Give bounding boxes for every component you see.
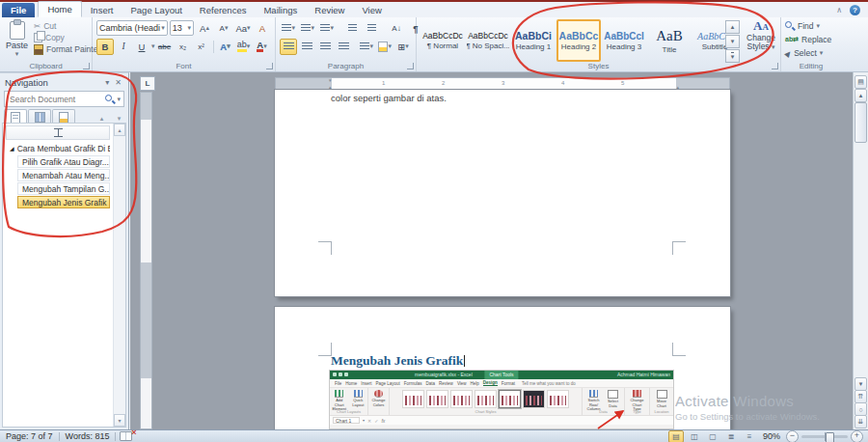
zoom-out-button[interactable]: − [786,430,799,442]
chart-style-thumbnail[interactable] [523,390,545,408]
nav-heading-item[interactable]: Mengubah Tampilan G... [17,182,110,195]
excel-tab-file[interactable]: File [335,381,341,386]
font-color-button[interactable]: A▾ [254,39,271,55]
format-painter-button[interactable]: Format Painter [34,43,100,55]
excel-tab-design[interactable]: Design [483,380,498,386]
jump-to-top-item[interactable] [6,125,110,140]
outline-view-button[interactable]: ≣ [723,430,739,442]
excel-tab-page-layout[interactable]: Page Layout [376,381,400,386]
excel-tell-me-box[interactable]: Tell me what you want to do [522,381,576,386]
subscript-button[interactable]: x₂ [175,39,192,55]
name-box-caret-icon[interactable]: ▾ [363,418,365,423]
select-browse-object-button[interactable]: ○ [854,402,867,416]
shrink-font-button[interactable]: A▾ [215,20,232,37]
view-ruler-toggle-button[interactable]: ▤ [854,75,867,89]
right-indent-marker[interactable]: ▴ [676,85,679,89]
increase-indent-button[interactable] [363,20,380,37]
excel-name-box[interactable]: Chart 1 [333,417,360,424]
font-size-combobox[interactable]: 13▾ [170,20,194,36]
align-right-button[interactable] [316,39,334,55]
search-input[interactable] [8,94,103,105]
nav-heading-item[interactable]: Mengubah Jenis Grafik [17,196,110,208]
borders-button[interactable]: ⊞▾ [394,39,412,55]
superscript-button[interactable]: x² [193,39,210,55]
excel-tab-data[interactable]: Data [426,381,436,386]
italic-button[interactable]: I [115,39,132,55]
chart-style-thumbnail[interactable] [426,390,448,408]
bullets-button[interactable]: ▾ [280,20,297,37]
scroll-up-button[interactable]: ▴ [854,89,867,102]
navigation-scrollbar[interactable]: ▴ ▾ [113,124,125,427]
ribbon-tab-review[interactable]: Review [306,3,353,17]
formula-enter-icon[interactable]: ✓ [374,418,378,424]
ribbon-tab-insert[interactable]: Insert [82,3,122,17]
chart-style-thumbnail[interactable] [402,390,424,408]
previous-page-button[interactable]: ⇈ [854,390,867,403]
styles-scroll-up-button[interactable]: ▴ [725,20,740,34]
document-scrollbar[interactable]: ▤ ▴ ▾ ⇈ ○ ⇊ [853,72,868,429]
print-layout-view-button[interactable]: ▤ [668,430,684,442]
excel-tab-help[interactable]: Help [471,381,479,386]
excel-tab-view[interactable]: View [457,381,467,386]
select-data-button[interactable]: Select Data [605,390,622,408]
style-heading-3[interactable]: AaBbCcIHeading 3 [602,19,646,62]
nav-heading-item[interactable]: Menambah Atau Meng... [17,169,110,181]
copy-button[interactable]: Copy [34,32,100,43]
zoom-level[interactable]: 90% [760,431,783,441]
align-left-button[interactable] [280,39,297,55]
zoom-slider[interactable] [801,435,848,438]
left-indent-marker[interactable]: ▴ [329,85,332,89]
chart-style-thumbnail[interactable] [547,390,569,408]
change-case-button[interactable]: Aa▾ [234,20,252,37]
nav-scroll-down-icon[interactable]: ▾ [114,414,125,427]
select-button[interactable]: ▶Select▾ [781,46,841,60]
chart-style-thumbnail[interactable] [450,390,473,408]
ribbon-tab-view[interactable]: View [353,3,390,17]
move-chart-button[interactable]: Move Chart [653,390,670,408]
formula-cancel-icon[interactable]: ✕ [367,418,371,424]
excel-tab-formulas[interactable]: Formulas [404,381,422,386]
scroll-down-button[interactable]: ▾ [854,377,867,391]
expander-icon[interactable]: ◢ [10,143,14,154]
excel-tab-home[interactable]: Home [345,381,357,386]
text-effects-button[interactable]: A▾ [217,39,234,55]
replace-button[interactable]: ab⇄Replace [781,33,841,46]
bold-button[interactable]: B [96,39,114,55]
formula-fx-icon[interactable]: fx [381,418,385,424]
search-icon[interactable] [105,95,115,104]
excel-tab-insert[interactable]: Insert [361,381,371,386]
style-heading-1[interactable]: AaBbCiHeading 1 [511,19,556,62]
fullscreen-reading-view-button[interactable]: ◫ [687,430,702,442]
shading-button[interactable]: ▾ [376,39,393,55]
clear-formatting-button[interactable]: A [254,20,271,37]
line-spacing-button[interactable]: ▾ [358,39,375,55]
font-dialog-launcher[interactable] [266,63,273,69]
justify-button[interactable] [335,39,352,55]
chart-style-thumbnail[interactable] [499,390,521,408]
styles-scroll-down-button[interactable]: ▾ [725,35,740,48]
styles-dialog-launcher[interactable] [772,63,778,69]
nav-heading-item[interactable]: ◢Cara Membuat Grafik Di E... [6,142,110,154]
quick-layout-button[interactable]: Quick Layout [350,390,367,407]
paragraph-dialog-launcher[interactable] [407,63,414,69]
decrease-indent-button[interactable] [343,20,361,37]
navigation-options-icon[interactable]: ▾ [102,78,112,87]
ribbon-tab-file[interactable]: File [2,3,35,17]
word-count[interactable]: Words: 815 [60,431,116,441]
first-line-indent-marker[interactable]: ▾ [329,78,332,82]
ribbon-tab-home[interactable]: Home [38,1,81,17]
ribbon-tab-page-layout[interactable]: Page Layout [122,3,190,17]
search-options-caret-icon[interactable]: ▾ [117,96,121,103]
excel-tab-review[interactable]: Review [439,381,453,386]
font-family-combobox[interactable]: Cambria (Headi▾ [96,20,168,36]
minimize-ribbon-icon[interactable]: ∧ [836,6,842,14]
style-title[interactable]: AaBTitle [647,19,692,62]
underline-button[interactable]: U [133,39,150,55]
chart-style-thumbnail[interactable] [475,390,497,408]
document-page-2[interactable]: Mengubah Jenis Grafik membuatgrafik.xlsx… [275,307,730,429]
ribbon-tab-references[interactable]: References [191,3,256,17]
tab-stop-selector[interactable]: L [140,76,155,91]
vertical-ruler[interactable] [140,92,152,429]
align-center-button[interactable] [298,39,315,55]
styles-more-button[interactable]: ▾ [725,49,740,63]
